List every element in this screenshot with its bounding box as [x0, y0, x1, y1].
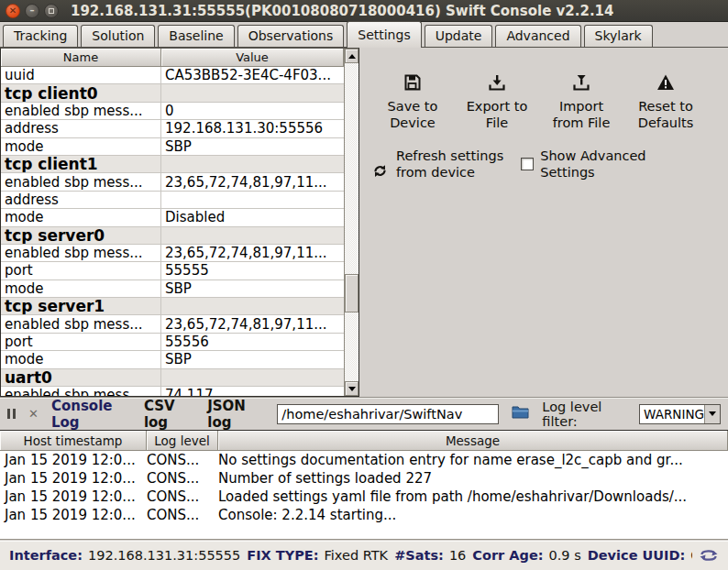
- settings-row[interactable]: modeSBP: [1, 138, 344, 156]
- settings-row[interactable]: modeSBP: [1, 280, 344, 298]
- tab-advanced[interactable]: Advanced: [495, 25, 580, 47]
- save-to-device-label: Save to Device: [388, 98, 438, 131]
- setting-value-cell[interactable]: 74,117: [161, 387, 344, 396]
- setting-value-cell[interactable]: CA53BB52-3E4C-4F03...: [161, 67, 344, 83]
- import-from-file-label: Import from File: [553, 98, 611, 131]
- log-directory-input[interactable]: [277, 404, 499, 424]
- tab-baseline[interactable]: Baseline: [158, 25, 234, 47]
- settings-section-row[interactable]: tcp client0: [1, 84, 344, 102]
- pause-icon[interactable]: [7, 409, 16, 419]
- dropdown-arrow-button[interactable]: [704, 405, 720, 423]
- settings-row[interactable]: address192.168.131.30:55556: [1, 120, 344, 137]
- column-header-log-level[interactable]: Log level: [147, 431, 218, 451]
- tab-tracking[interactable]: Tracking: [3, 25, 78, 47]
- log-message-cell: Number of settings loaded 227: [218, 469, 728, 488]
- log-row[interactable]: Jan 15 2019 12:0...CONS...Number of sett…: [0, 469, 728, 488]
- console-log-table: Host timestamp Log level Message Jan 15 …: [0, 430, 728, 539]
- settings-row[interactable]: modeDisabled: [1, 209, 344, 226]
- setting-name-cell: enabled sbp mess: [1, 387, 161, 396]
- settings-scrollbar[interactable]: [344, 49, 358, 396]
- setting-value-cell[interactable]: Disabled: [161, 209, 344, 225]
- settings-row[interactable]: enabled sbp mess...23,65,72,74,81,97,11.…: [1, 245, 344, 262]
- settings-row[interactable]: modeSBP: [1, 351, 344, 368]
- setting-name-cell: port: [1, 262, 161, 279]
- setting-value-cell[interactable]: 55556: [161, 334, 344, 350]
- setting-value-cell[interactable]: 23,65,72,74,81,97,11...: [161, 315, 344, 332]
- window-close-button[interactable]: ✕: [6, 4, 20, 18]
- settings-row[interactable]: port55556: [1, 334, 344, 351]
- checkbox-icon[interactable]: [521, 158, 534, 170]
- log-level-cell: CONS...: [147, 488, 218, 506]
- settings-row[interactable]: enabled sbp mess...23,65,72,74,81,97,11.…: [1, 315, 344, 333]
- column-header-name[interactable]: Name: [1, 49, 161, 67]
- scrollbar-thumb[interactable]: [345, 274, 358, 312]
- csv-log-toggle[interactable]: CSV log: [144, 398, 194, 431]
- log-level-cell: CONS...: [147, 469, 218, 488]
- settings-section-row[interactable]: tcp server1: [1, 298, 344, 315]
- setting-name-cell: enabled sbp mess...: [1, 103, 161, 119]
- settings-row[interactable]: enabled sbp mess74,117: [1, 387, 344, 396]
- column-header-value[interactable]: Value: [161, 49, 344, 67]
- setting-value-cell[interactable]: [161, 298, 344, 314]
- arrow-up-icon: [348, 54, 356, 59]
- json-log-toggle[interactable]: JSON log: [207, 398, 264, 431]
- settings-row[interactable]: uuidCA53BB52-3E4C-4F03...: [1, 67, 344, 84]
- setting-value-cell[interactable]: 192.168.131.30:55556: [161, 120, 344, 137]
- window-minimize-button[interactable]: –: [25, 4, 39, 18]
- folder-icon[interactable]: [512, 405, 529, 422]
- sync-arrows-icon[interactable]: [699, 547, 719, 564]
- setting-name-cell: address: [1, 192, 161, 208]
- export-to-file-button[interactable]: Export to File: [457, 57, 537, 132]
- setting-value-cell[interactable]: 23,65,72,74,81,97,11...: [161, 245, 344, 261]
- settings-row[interactable]: enabled sbp mess...23,65,72,74,81,97,11.…: [1, 173, 344, 191]
- settings-section-row[interactable]: tcp client1: [1, 156, 344, 173]
- log-row[interactable]: Jan 15 2019 12:0...CONS...No settings do…: [0, 451, 728, 469]
- log-level-select[interactable]: WARNING: [639, 404, 721, 424]
- log-table-body: Jan 15 2019 12:0...CONS...No settings do…: [0, 451, 728, 524]
- titlebar: ✕ – 192.168.131.31:55555(PK0010808071800…: [0, 0, 728, 22]
- settings-row[interactable]: port55555: [1, 262, 344, 280]
- settings-row[interactable]: address: [1, 192, 344, 209]
- tab-settings[interactable]: Settings: [347, 21, 421, 48]
- setting-name-cell: address: [1, 120, 161, 137]
- setting-value-cell[interactable]: 23,65,72,74,81,97,11...: [161, 173, 344, 190]
- save-to-device-button[interactable]: Save to Device: [372, 57, 453, 132]
- settings-section-row[interactable]: uart0: [1, 369, 344, 387]
- tab-update[interactable]: Update: [425, 25, 493, 47]
- tab-observations[interactable]: Observations: [237, 25, 345, 47]
- setting-value-cell[interactable]: [161, 192, 344, 208]
- tab-solution[interactable]: Solution: [81, 25, 155, 47]
- import-from-file-button[interactable]: Import from File: [541, 57, 622, 132]
- close-x-icon[interactable]: ✕: [28, 407, 39, 421]
- warning-triangle-icon: [656, 57, 675, 95]
- column-header-message[interactable]: Message: [218, 431, 728, 451]
- status-label-interface: Interface:: [9, 548, 83, 563]
- tab-skylark[interactable]: Skylark: [584, 25, 653, 47]
- show-advanced-settings-checkbox[interactable]: Show Advanced Settings: [521, 148, 645, 181]
- refresh-settings-button[interactable]: Refresh settings from device: [372, 147, 503, 182]
- setting-value-cell[interactable]: [161, 369, 344, 386]
- window-maximize-button[interactable]: [44, 4, 59, 18]
- setting-name-cell: tcp client0: [1, 84, 161, 101]
- setting-name-cell: uuid: [1, 67, 161, 83]
- setting-value-cell[interactable]: SBP: [161, 351, 344, 367]
- log-row[interactable]: Jan 15 2019 12:0...CONS...Loaded setting…: [0, 488, 728, 506]
- setting-value-cell[interactable]: SBP: [161, 280, 344, 297]
- status-field-device-uuid: Device UUID:CA53BB52-3E4C-4F: [588, 548, 692, 563]
- reset-to-defaults-button[interactable]: Reset to Defaults: [625, 57, 706, 132]
- setting-name-cell: enabled sbp mess...: [1, 315, 161, 332]
- setting-value-cell[interactable]: [161, 156, 344, 172]
- settings-row[interactable]: enabled sbp mess...0: [1, 103, 344, 120]
- setting-value-cell[interactable]: 55555: [161, 262, 344, 279]
- settings-table-pane: Name Value uuidCA53BB52-3E4C-4F03...tcp …: [0, 48, 359, 397]
- setting-value-cell[interactable]: [161, 84, 344, 101]
- column-header-host-timestamp[interactable]: Host timestamp: [0, 431, 147, 451]
- status-field-corr-age: Corr Age:0.9 s: [472, 548, 580, 563]
- log-row[interactable]: Jan 15 2019 12:0...CONS...Console: 2.2.1…: [0, 506, 728, 524]
- setting-value-cell[interactable]: SBP: [161, 138, 344, 155]
- setting-value-cell[interactable]: 0: [161, 103, 344, 119]
- scroll-up-button[interactable]: [345, 49, 358, 63]
- scroll-down-button[interactable]: [345, 381, 358, 396]
- setting-value-cell[interactable]: [161, 227, 344, 244]
- settings-section-row[interactable]: tcp server0: [1, 227, 344, 245]
